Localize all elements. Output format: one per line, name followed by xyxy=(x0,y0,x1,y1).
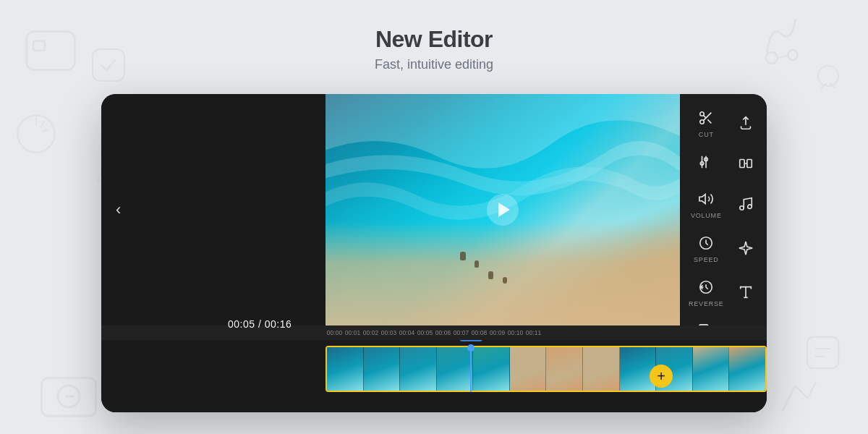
export-icon xyxy=(738,115,754,133)
strip-frame xyxy=(729,347,765,391)
speed-icon xyxy=(698,235,714,253)
person-2 xyxy=(475,260,479,268)
header: New Editor Fast, intuitive editing xyxy=(0,0,868,90)
timeline-area: 00:0000:0100:0200:0300:0400:0500:0600:07… xyxy=(101,326,767,412)
ruler-label: 00:03 xyxy=(381,329,396,336)
ruler-mark: 00:11 xyxy=(524,329,542,336)
strip-segment xyxy=(326,346,767,392)
ruler-label: 00:09 xyxy=(490,329,505,336)
playhead[interactable]: 00:06 xyxy=(470,346,472,392)
ruler-label: 00:08 xyxy=(472,329,487,336)
play-icon xyxy=(498,203,510,217)
ruler-label: 00:07 xyxy=(454,329,469,336)
svg-line-20 xyxy=(704,115,707,118)
ruler-label: 00:10 xyxy=(508,329,523,336)
strip-frame xyxy=(693,347,730,391)
svg-rect-25 xyxy=(740,160,744,168)
ruler-mark: 00:02 xyxy=(362,329,380,336)
ruler-mark: 00:07 xyxy=(452,329,470,336)
timecode: 00:05 / 00:16 xyxy=(228,318,292,330)
ruler-marks: 00:0000:0100:0200:0300:0400:0500:0600:07… xyxy=(326,329,542,336)
volume-icon xyxy=(698,191,714,209)
svg-rect-13 xyxy=(807,337,838,368)
page-title: New Editor xyxy=(0,26,868,53)
person-1 xyxy=(460,252,466,260)
svg-point-29 xyxy=(740,206,744,210)
ruler-label: 00:02 xyxy=(363,329,378,336)
tool-volume-label: VOLUME xyxy=(691,212,722,219)
device-frame: ‹ xyxy=(101,94,767,412)
ruler-label: 00:05 xyxy=(417,329,433,336)
video-preview xyxy=(326,94,680,326)
svg-point-11 xyxy=(58,386,80,407)
tool-copy[interactable] xyxy=(686,316,727,326)
tool-text[interactable] xyxy=(731,272,761,312)
tool-volume[interactable]: VOLUME xyxy=(686,184,727,224)
time-ruler: 00:0000:0100:0200:0300:0400:0500:0600:07… xyxy=(101,326,767,340)
strip-frame xyxy=(473,347,510,391)
svg-marker-28 xyxy=(699,195,705,204)
tool-trim[interactable] xyxy=(731,147,761,179)
tool-speed[interactable]: SPEED xyxy=(686,228,727,268)
play-button[interactable] xyxy=(487,194,519,226)
ruler-mark: 00:10 xyxy=(506,329,524,336)
left-panel: ‹ xyxy=(101,94,326,326)
ruler-mark: 00:01 xyxy=(344,329,362,336)
svg-rect-10 xyxy=(42,378,96,417)
person-4 xyxy=(503,277,507,284)
strip-frame xyxy=(400,347,437,391)
back-button[interactable]: ‹ xyxy=(116,200,121,219)
strip-frame xyxy=(546,347,583,391)
page-subtitle: Fast, intuitive editing xyxy=(0,57,868,72)
ruler-label: 00:01 xyxy=(345,329,360,336)
strip-frame xyxy=(364,347,401,391)
tool-tone[interactable] xyxy=(686,147,727,179)
strip-frame xyxy=(327,347,364,391)
tool-reverse[interactable]: REVERSE xyxy=(686,272,727,312)
tool-reverse-label: REVERSE xyxy=(689,300,724,307)
strip-frame xyxy=(583,347,620,391)
ruler-mark: 00:06 xyxy=(434,329,452,336)
video-strip: 00:06 xyxy=(326,346,767,392)
scissors-icon xyxy=(698,110,714,128)
strip-frame xyxy=(437,347,474,391)
video-area: ‹ xyxy=(101,94,767,326)
svg-point-17 xyxy=(700,120,705,124)
tool-cut-label: CUT xyxy=(699,131,714,138)
video-strip-container[interactable]: 00:06 + xyxy=(101,340,767,412)
ruler-track: 00:0000:0100:0200:0300:0400:0500:0600:07… xyxy=(326,326,542,340)
person-3 xyxy=(488,271,493,279)
svg-point-16 xyxy=(700,112,705,116)
ruler-mark: 00:04 xyxy=(398,329,416,336)
svg-line-19 xyxy=(708,119,712,123)
tool-speed-label: SPEED xyxy=(694,256,719,263)
tool-music[interactable] xyxy=(731,184,761,224)
trim-icon xyxy=(738,156,754,174)
ruler-mark: 00:09 xyxy=(488,329,506,336)
ruler-label: 00:11 xyxy=(526,329,541,336)
right-toolbar: CUT xyxy=(680,94,767,326)
tune-icon xyxy=(698,154,714,172)
add-clip-button[interactable]: + xyxy=(650,365,673,388)
text-icon xyxy=(738,284,754,302)
playhead-time: 00:06 xyxy=(460,340,482,341)
svg-point-3 xyxy=(17,115,54,152)
ruler-mark: 00:05 xyxy=(416,329,434,336)
tool-cut[interactable]: CUT xyxy=(686,103,727,142)
reverse-icon xyxy=(698,279,714,297)
strip-frame xyxy=(510,347,547,391)
ruler-mark: 00:03 xyxy=(380,329,398,336)
svg-point-30 xyxy=(748,205,752,209)
svg-rect-26 xyxy=(747,160,752,168)
ruler-mark: 00:08 xyxy=(470,329,488,336)
ruler-label: 00:06 xyxy=(435,329,451,336)
ruler-mark: 00:00 xyxy=(326,329,344,336)
music-icon xyxy=(738,196,754,214)
sparkle-icon xyxy=(738,240,754,258)
tool-export[interactable] xyxy=(731,103,761,142)
tool-sparkle[interactable] xyxy=(731,228,761,268)
ruler-label: 00:04 xyxy=(399,329,414,336)
strip-frame xyxy=(620,347,657,391)
ruler-label: 00:00 xyxy=(327,329,342,336)
